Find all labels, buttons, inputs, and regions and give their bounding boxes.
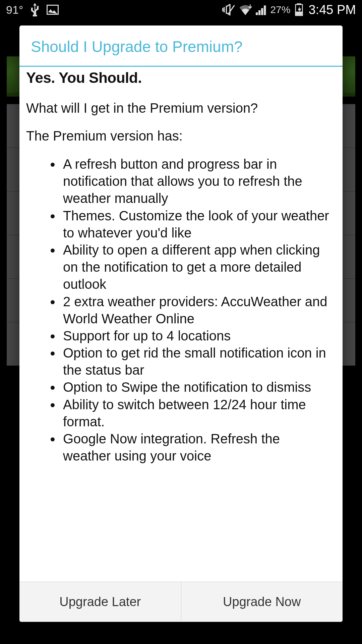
dialog-headline: Yes. You Should.	[26, 69, 336, 86]
status-right: 27% 3:45 PM	[222, 3, 356, 17]
picture-icon	[47, 5, 59, 15]
feature-item: Option to get rid the small notification…	[61, 344, 336, 379]
battery-charging-icon	[295, 3, 303, 16]
status-temperature: 91°	[6, 3, 23, 16]
dialog-subheading: What will I get in the Premium version?	[26, 100, 336, 116]
status-bar: 91° 27% 3:45 PM	[0, 0, 362, 19]
dialog-title: Should I Upgrade to Premium?	[19, 25, 343, 67]
vibrate-mute-icon	[222, 4, 235, 15]
feature-item: Option to Swipe the notification to dism…	[61, 379, 336, 396]
status-time: 3:45 PM	[308, 3, 356, 17]
upgrade-premium-dialog: Should I Upgrade to Premium? Yes. You Sh…	[19, 25, 343, 622]
feature-item: Support for up to 4 locations	[61, 327, 336, 344]
status-left: 91°	[6, 3, 59, 16]
dialog-body[interactable]: Yes. You Should. What will I get in the …	[19, 67, 343, 582]
feature-item: A refresh button and progress bar in not…	[61, 156, 336, 207]
feature-list: A refresh button and progress bar in not…	[26, 156, 336, 465]
dialog-intro: The Premium version has:	[26, 128, 336, 144]
upgrade-now-button[interactable]: Upgrade Now	[181, 582, 343, 622]
signal-icon	[255, 4, 267, 15]
svg-rect-3	[296, 12, 303, 15]
upgrade-later-button[interactable]: Upgrade Later	[19, 582, 181, 622]
feature-item: Ability to open a different app when cli…	[61, 241, 336, 293]
dialog-button-bar: Upgrade Later Upgrade Now	[19, 582, 343, 622]
feature-item: Google Now integration. Refresh the weat…	[61, 430, 336, 465]
svg-rect-2	[297, 3, 301, 4]
usb-icon	[30, 3, 40, 16]
battery-percentage: 27%	[270, 4, 290, 15]
wifi-icon	[239, 4, 252, 15]
feature-item: 2 extra weather providers: AccuWeather a…	[61, 293, 336, 327]
feature-item: Ability to switch between 12/24 hour tim…	[61, 396, 336, 430]
feature-item: Themes. Customize the look of your weath…	[61, 207, 336, 241]
